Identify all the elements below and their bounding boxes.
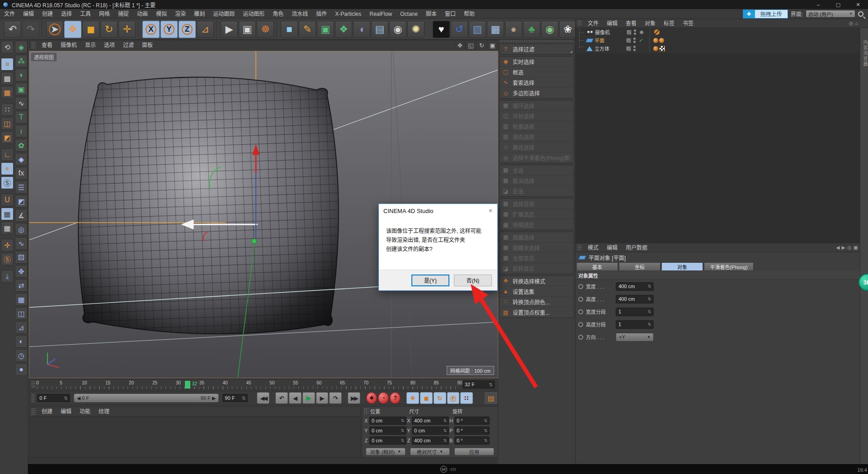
key-parameter-button[interactable]: Ⓟ: [447, 392, 460, 404]
plugin-voxel-button[interactable]: ▦: [487, 21, 504, 38]
snap-sphere-button[interactable]: Ⓢ: [1, 253, 14, 265]
redo-button[interactable]: ↷: [22, 21, 39, 38]
menu-item[interactable]: 插件: [312, 9, 331, 19]
instance-button[interactable]: ◩: [15, 195, 28, 208]
next-key-button[interactable]: ↷: [329, 392, 342, 404]
timeline-ruler[interactable]: 051015202530354045505560657075808590 32: [38, 379, 460, 389]
maximize-view-icon[interactable]: ▣: [487, 40, 498, 50]
xpresso-button[interactable]: ☰: [15, 181, 28, 194]
add-primitive-menu[interactable]: ■: [281, 21, 298, 38]
menu-item[interactable]: Octane: [396, 9, 422, 19]
enabled-check-icon[interactable]: ✓: [637, 38, 645, 43]
phong-tag[interactable]: [653, 38, 658, 43]
menu-item[interactable]: 运动跟踪: [209, 9, 239, 19]
om-menu-item[interactable]: 查看: [622, 19, 641, 28]
orientation-dropdown[interactable]: +Y▼: [616, 333, 654, 341]
position-z-field[interactable]: 0 cm⇅: [369, 436, 406, 445]
object-row-cube[interactable]: 立方体: [576, 44, 868, 52]
lock-y-axis-button[interactable]: Y: [160, 21, 178, 38]
preview-range-slider[interactable]: ◀ 0 F 90 F ▶: [74, 393, 219, 403]
render-picture-viewer-button[interactable]: ▣: [239, 21, 256, 38]
layer-toggle[interactable]: [626, 38, 631, 43]
rotate-view-icon[interactable]: ↻: [476, 40, 487, 50]
view-type-label[interactable]: 透视视图: [31, 52, 57, 62]
menu-item[interactable]: 模拟: [152, 9, 171, 19]
drag-handle[interactable]: [31, 408, 36, 415]
palette-command[interactable]: ▦隐藏未选择: [500, 242, 574, 253]
menu-item[interactable]: 帮助: [460, 9, 479, 19]
previous-frame-button[interactable]: ◀: [289, 392, 302, 404]
lock-z-axis-button[interactable]: Z: [179, 21, 196, 38]
om-menu-item[interactable]: 书签: [679, 19, 698, 28]
goto-end-button[interactable]: ▶▶: [348, 392, 360, 404]
material-menu-item[interactable]: 创建: [38, 407, 57, 417]
menu-item[interactable]: 工具: [76, 9, 95, 19]
keyframe-knob-icon[interactable]: [578, 284, 583, 289]
record-keyframe-button[interactable]: ✱: [366, 392, 377, 404]
plugin-scatter-button[interactable]: ◉: [541, 21, 558, 38]
lock-workplane-button[interactable]: ▦: [1, 208, 14, 220]
key-scale-button[interactable]: ◼: [420, 392, 433, 404]
render-view-button[interactable]: ▶: [221, 21, 238, 38]
size-x-field[interactable]: 400 cm⇅: [412, 417, 449, 425]
menu-item[interactable]: 渲染: [171, 9, 190, 19]
connect-generator-button[interactable]: ▣: [15, 83, 28, 95]
size-mode-dropdown[interactable]: 绝对尺寸▼: [410, 448, 450, 455]
search-icon[interactable]: [858, 11, 863, 17]
palette-command[interactable]: ?选择过滤: [500, 44, 574, 54]
om-menu-item[interactable]: 文件: [584, 19, 603, 28]
om-menu-item[interactable]: 编辑: [603, 19, 622, 28]
green-handle-point[interactable]: [252, 239, 257, 244]
add-modeling-menu[interactable]: ❖: [335, 21, 352, 38]
palette-command[interactable]: ▦取消选择: [500, 175, 574, 186]
om-menu-item[interactable]: 对象: [641, 19, 660, 28]
group-effector-button[interactable]: ◫: [15, 307, 28, 320]
drag-handle[interactable]: [577, 20, 582, 26]
menu-item[interactable]: 角色: [269, 9, 288, 19]
gravity-simulation-button[interactable]: ⤓: [1, 270, 14, 283]
current-frame-marker[interactable]: [185, 381, 190, 389]
lock-x-axis-button[interactable]: X: [142, 21, 160, 38]
symmetry-generator-button[interactable]: ◈: [15, 41, 28, 53]
palette-command[interactable]: ▦全部显示: [500, 253, 574, 263]
phong-tag[interactable]: [659, 38, 664, 43]
palette-command[interactable]: ◎选择平滑着色(Phong)断开: [500, 152, 574, 163]
key-pla-button[interactable]: ∷: [460, 392, 473, 404]
boole-generator-button[interactable]: ◗: [15, 69, 28, 81]
add-spline-menu[interactable]: ✎: [299, 21, 316, 38]
palette-command[interactable]: ▦隐藏选择: [500, 232, 574, 242]
key-rotation-button[interactable]: ↻: [434, 392, 446, 404]
plugin-realflow-button[interactable]: ↺: [451, 21, 468, 38]
viewport-menu-item[interactable]: 过滤: [119, 40, 138, 50]
menu-item[interactable]: RealFlow: [365, 9, 396, 19]
visibility-dots[interactable]: [633, 46, 636, 51]
palette-command[interactable]: ◫环状选择: [500, 111, 574, 121]
visibility-dots[interactable]: [633, 38, 636, 43]
goto-start-button[interactable]: ◀◀: [257, 392, 269, 404]
next-frame-button[interactable]: ▶: [316, 392, 329, 404]
dialog-close-icon[interactable]: ✕: [488, 208, 493, 214]
polygon-mode-button[interactable]: ◩: [1, 131, 14, 144]
size-z-field[interactable]: 400 cm⇅: [412, 436, 449, 445]
range-left-arrow-icon[interactable]: ◀: [77, 395, 80, 401]
model-mode-button[interactable]: ■: [1, 58, 14, 71]
plugin-tree-button[interactable]: ♣: [523, 21, 540, 38]
material-menu-item[interactable]: 功能: [75, 407, 94, 417]
plugin-xparticles-button[interactable]: ▧: [469, 21, 486, 38]
camera-disabled-tag[interactable]: [654, 29, 660, 35]
scale-tool[interactable]: ◼: [82, 21, 99, 38]
minimize-button[interactable]: –: [808, 0, 828, 9]
am-lock-icon[interactable]: ▣: [854, 245, 858, 251]
menu-item[interactable]: 选择: [57, 9, 76, 19]
am-menu-item[interactable]: 模式: [584, 243, 603, 252]
cloner-button[interactable]: ◎: [15, 223, 28, 236]
mospline-button[interactable]: ✿: [15, 139, 28, 152]
keyframe-knob-icon[interactable]: [578, 335, 583, 340]
apply-button[interactable]: 应用: [454, 448, 494, 455]
center-snap-button[interactable]: ✛: [1, 239, 14, 251]
magnet-tool-button[interactable]: U: [1, 194, 14, 206]
viewport-menu-item[interactable]: 摄像机: [57, 40, 81, 50]
spinner-arrows-icon[interactable]: ⇅: [242, 396, 245, 401]
undo-button[interactable]: ↶: [4, 21, 21, 38]
key-position-button[interactable]: ✥: [406, 392, 419, 404]
